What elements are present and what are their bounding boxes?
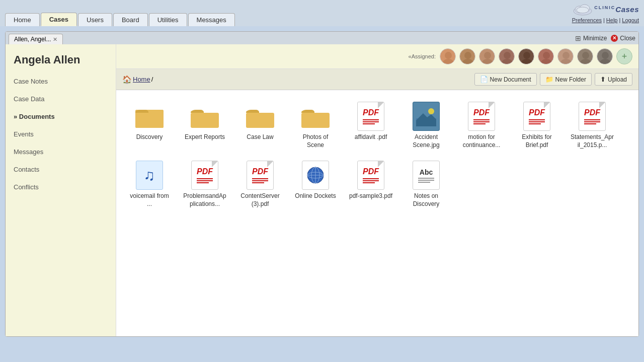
home-icon: 🏠 [122,75,132,84]
case-body: Angela Allen Case Notes Case Data Docume… [6,44,638,336]
file-item-affidavit[interactable]: PDF affidavit .pdf [346,98,396,152]
tab-board[interactable]: Board [113,13,148,26]
avatar[interactable] [518,48,534,64]
file-name: Expert Reports [185,133,225,141]
assigned-label: «Assigned: [409,53,436,59]
new-document-icon: 📄 [480,76,488,83]
file-item-photos-of-scene[interactable]: Photos of Scene [290,98,341,152]
pdf-icon: PDF [522,101,552,131]
file-name: ProblemsandApplications... [183,192,227,208]
file-item-motion[interactable]: PDF motion for continuance... [456,98,507,152]
tab-home[interactable]: Home [5,13,40,26]
folder-icon [245,101,275,131]
svg-point-31 [428,108,434,114]
pdf-icon: PDF [190,160,220,190]
folder-icon [190,101,220,131]
avatar[interactable] [440,48,456,64]
text-doc-icon: Abc [411,160,441,190]
file-item-online-dockets[interactable]: Online Dockets [290,157,341,211]
close-button[interactable]: ✕ Close [611,35,635,42]
globe-icon [300,160,331,190]
pdf-icon: PDF [577,101,607,131]
logo-icon [572,2,593,16]
tab-users[interactable]: Users [78,13,112,26]
client-name: Angela Allen [6,49,116,73]
file-item-pdfsample[interactable]: PDF pdf-sample3.pdf [346,157,396,211]
tab-messages[interactable]: Messages [188,13,235,26]
case-tab-allen[interactable]: Allen, Angel... ✕ [9,34,63,44]
music-icon: ♫ [134,160,165,190]
nav-tabs: Home Cases Users Board Utilities Message… [5,13,235,26]
pdf-icon: PDF [245,160,275,190]
file-item-case-law[interactable]: Case Law [235,98,285,152]
minimize-button[interactable]: ⊞ Minimize [575,34,607,42]
add-avatar-button[interactable]: + [616,48,632,64]
window-controls: ⊞ Minimize ✕ Close [575,34,635,44]
main-content: Allen, Angel... ✕ ⊞ Minimize ✕ Close Ang… [0,26,644,342]
file-name: affidavit .pdf [355,133,387,141]
svg-point-10 [504,52,511,59]
svg-point-19 [580,59,591,64]
new-folder-button[interactable]: 📁 New Folder [540,73,592,86]
avatar[interactable] [597,48,613,64]
svg-point-17 [560,59,572,64]
documents-area: «Assigned: [116,44,638,336]
new-document-button[interactable]: 📄 New Document [474,73,537,86]
sidebar-item-case-notes[interactable]: Case Notes [6,73,116,90]
file-grid: Discovery Expert Reports [116,90,638,219]
sidebar-item-contacts[interactable]: Contacts [6,161,116,178]
sidebar-item-events[interactable]: Events [6,125,116,143]
case-tab-label: Allen, Angel... [14,36,51,43]
svg-point-12 [523,52,530,59]
sidebar-item-case-data[interactable]: Case Data [6,90,116,108]
avatar[interactable] [577,48,593,64]
file-item-statements[interactable]: PDF Statements_April_2015.p... [567,98,617,152]
file-item-discovery[interactable]: Discovery [124,98,175,152]
file-item-problems[interactable]: PDF ProblemsandApplications... [180,157,230,211]
avatar[interactable] [479,48,495,64]
help-link[interactable]: Help [606,17,618,23]
tab-cases[interactable]: Cases [41,13,77,26]
upload-button[interactable]: ⬆ Upload [595,73,632,86]
file-name: Photos of Scene [293,133,338,149]
file-name: Case Law [247,133,273,141]
sep1: | [603,17,605,23]
file-item-notes-on-discovery[interactable]: Abc Notes on Discovery [401,157,451,211]
svg-point-6 [464,52,471,59]
sidebar-item-messages[interactable]: Messages [6,143,116,161]
file-name: Exhibits for Brief.pdf [515,133,559,149]
tab-utilities[interactable]: Utilities [149,13,187,26]
file-name: Statements_April_2015.p... [570,133,614,149]
svg-point-21 [600,59,611,64]
avatar[interactable] [499,48,515,64]
file-item-accident-scene[interactable]: Accident Scene.jpg [401,98,451,152]
svg-point-4 [445,52,452,59]
doc-header: 🏠 Home / 📄 New Document 📁 New Folder [116,69,638,90]
folder-icon [300,101,331,131]
sep2: | [619,17,620,23]
svg-rect-26 [246,113,274,128]
breadcrumb-home[interactable]: Home [133,76,150,83]
preferences-link[interactable]: Preferences [572,17,602,23]
breadcrumb: 🏠 Home / [122,75,153,84]
file-item-expert-reports[interactable]: Expert Reports [180,98,230,152]
case-tab-close[interactable]: ✕ [53,36,57,43]
svg-point-3 [577,7,589,13]
svg-rect-25 [191,113,219,128]
close-icon: ✕ [611,35,618,42]
file-item-exhibits[interactable]: PDF Exhibits for Brief.pdf [512,98,562,152]
logout-link[interactable]: Logout [622,17,639,23]
avatar[interactable] [557,48,574,64]
file-name: motion for continuance... [459,133,504,149]
avatar[interactable] [538,48,554,64]
sidebar-item-documents[interactable]: Documents [6,108,116,125]
pdf-icon: PDF [356,160,386,190]
sidebar-item-conflicts[interactable]: Conflicts [6,178,116,196]
file-item-voicemail[interactable]: ♫ voicemail from ... [124,157,175,211]
upload-icon: ⬆ [600,76,606,83]
file-item-contentserver[interactable]: PDF ContentServer (3).pdf [235,157,285,211]
svg-point-13 [521,59,532,64]
avatar[interactable] [459,48,475,64]
pdf-icon: PDF [466,101,497,131]
case-tab-bar: Allen, Angel... ✕ ⊞ Minimize ✕ Close [6,32,638,44]
